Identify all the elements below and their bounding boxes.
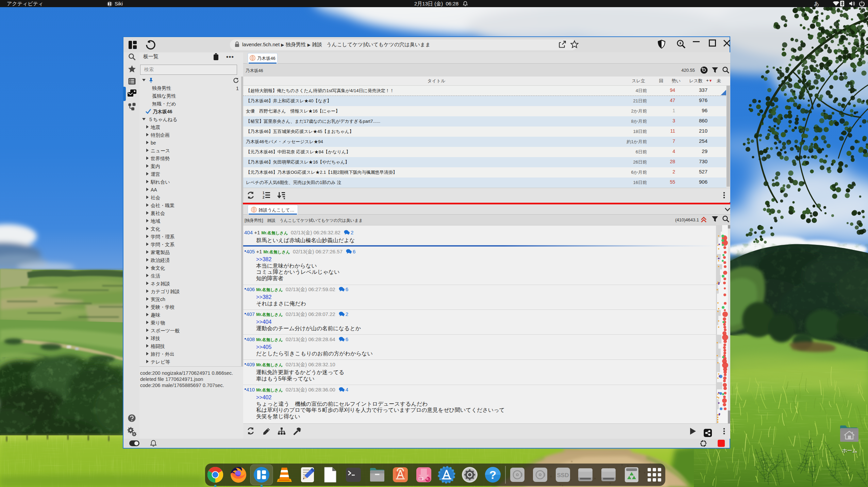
svg-text:SSD: SSD — [557, 472, 569, 478]
svg-text:1: 1 — [263, 191, 265, 195]
svg-text:?: ? — [489, 468, 497, 481]
svg-text:2: 2 — [263, 196, 265, 199]
svg-text:ホーム: ホーム — [842, 448, 857, 453]
